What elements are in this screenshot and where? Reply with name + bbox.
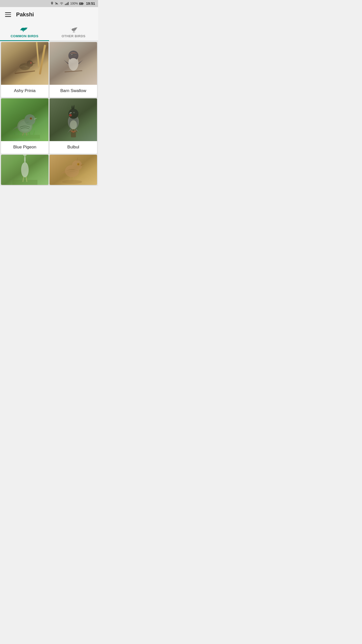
signal-icon xyxy=(65,2,69,5)
bird-card-ashy-prinia[interactable]: Ashy Prinia xyxy=(1,42,49,97)
mute-icon xyxy=(55,2,58,5)
wifi-icon xyxy=(60,2,64,5)
svg-point-35 xyxy=(30,118,32,119)
svg-line-27 xyxy=(14,131,15,135)
svg-point-46 xyxy=(73,112,74,113)
svg-point-33 xyxy=(24,114,35,125)
tab-common-birds[interactable]: COMMON BIRDS xyxy=(0,22,49,41)
barn-swallow-silhouette xyxy=(60,47,87,77)
other-birds-label: OTHER BIRDS xyxy=(62,34,85,38)
app-bar: Pakshi xyxy=(0,7,98,22)
location-icon xyxy=(51,2,54,5)
bird-card-partial-right[interactable] xyxy=(50,155,97,185)
bird-card-bulbul[interactable]: Bulbul xyxy=(50,98,97,154)
menu-button[interactable] xyxy=(4,11,12,18)
ashy-prinia-name: Ashy Prinia xyxy=(1,85,49,97)
svg-point-25 xyxy=(71,54,72,55)
tab-other-birds[interactable]: OTHER BIRDS xyxy=(49,22,98,41)
egret-silhouette-partial xyxy=(12,155,37,185)
svg-point-57 xyxy=(72,160,82,170)
svg-point-50 xyxy=(21,162,29,177)
bulbul-silhouette xyxy=(60,102,87,137)
svg-line-16 xyxy=(15,71,35,73)
app-title: Pakshi xyxy=(16,11,34,18)
barn-swallow-name: Barn Swallow xyxy=(50,85,97,97)
status-icons: 100% 19:51 xyxy=(51,2,95,6)
svg-point-18 xyxy=(27,60,33,67)
svg-rect-26 xyxy=(10,135,40,139)
battery-icon xyxy=(79,2,84,5)
bird-card-blue-pigeon[interactable]: Blue Pigeon xyxy=(1,98,49,154)
time-display: 19:51 xyxy=(86,2,95,6)
svg-line-20 xyxy=(65,71,82,72)
svg-rect-1 xyxy=(66,4,67,5)
svg-point-59 xyxy=(77,164,79,165)
svg-line-30 xyxy=(34,131,34,135)
svg-rect-0 xyxy=(65,4,66,5)
svg-point-42 xyxy=(70,120,77,129)
birds-grid: Ashy Prinia xyxy=(0,41,98,186)
unknown-bird-silhouette-partial xyxy=(58,155,86,185)
svg-line-61 xyxy=(73,177,74,180)
other-bird-icon xyxy=(69,25,79,33)
bulbul-name: Bulbul xyxy=(50,141,97,154)
bird-card-barn-swallow[interactable]: Barn Swallow xyxy=(50,42,97,97)
svg-point-19 xyxy=(30,62,32,64)
common-birds-label: COMMON BIRDS xyxy=(11,34,38,38)
ashy-prinia-silhouette xyxy=(12,55,37,77)
battery-text: 100% xyxy=(70,2,78,5)
svg-point-44 xyxy=(69,114,72,116)
svg-point-23 xyxy=(70,58,77,63)
bird-card-partial-left[interactable] xyxy=(1,155,49,185)
svg-rect-49 xyxy=(12,180,37,185)
svg-point-15 xyxy=(76,27,77,28)
blue-pigeon-silhouette xyxy=(10,106,40,139)
svg-rect-3 xyxy=(68,2,69,5)
common-bird-icon xyxy=(20,25,30,33)
svg-rect-5 xyxy=(83,3,84,4)
svg-rect-2 xyxy=(67,3,68,5)
blue-pigeon-name: Blue Pigeon xyxy=(1,141,49,154)
svg-point-11 xyxy=(26,28,27,28)
svg-point-55 xyxy=(62,180,82,184)
tab-bar: COMMON BIRDS OTHER BIRDS xyxy=(0,22,98,41)
svg-line-28 xyxy=(19,131,19,135)
svg-line-60 xyxy=(70,177,71,180)
status-bar: 100% 19:51 xyxy=(0,0,98,7)
